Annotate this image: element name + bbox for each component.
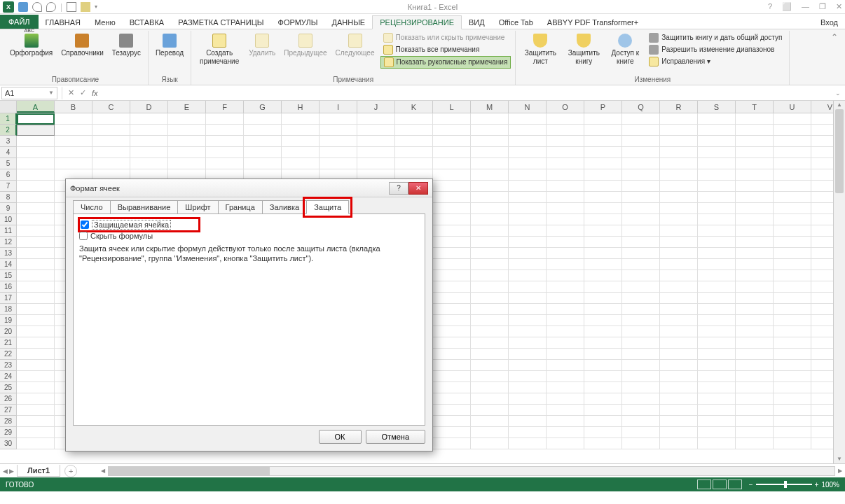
dialog-tab-fill[interactable]: Заливка: [262, 200, 307, 214]
showink-button[interactable]: Показать рукописные примечания: [380, 56, 511, 69]
cell[interactable]: [660, 214, 698, 225]
cell[interactable]: [547, 203, 584, 214]
cell[interactable]: [736, 259, 774, 270]
cell[interactable]: [811, 270, 833, 281]
cell[interactable]: [622, 237, 660, 248]
cell[interactable]: [584, 225, 622, 237]
cell[interactable]: [811, 181, 833, 192]
cell[interactable]: [509, 371, 547, 382]
row-header[interactable]: 4: [0, 147, 17, 158]
cell[interactable]: [774, 382, 811, 393]
column-header[interactable]: B: [55, 101, 92, 113]
cell[interactable]: [471, 237, 509, 248]
cell[interactable]: [130, 113, 168, 125]
cell[interactable]: [547, 427, 584, 438]
cell[interactable]: [433, 416, 471, 427]
column-header[interactable]: P: [584, 101, 622, 113]
dialog-tab-alignment[interactable]: Выравнивание: [110, 200, 179, 214]
cell[interactable]: [622, 270, 660, 281]
cell[interactable]: [660, 416, 698, 427]
cell[interactable]: [584, 371, 622, 382]
cell[interactable]: [509, 169, 547, 181]
cell[interactable]: [547, 225, 584, 237]
cell[interactable]: [433, 203, 471, 214]
cell[interactable]: [92, 158, 130, 169]
translate-button[interactable]: Перевод: [153, 32, 186, 59]
cell[interactable]: [660, 158, 698, 169]
column-header[interactable]: C: [92, 101, 130, 113]
normal-view-button[interactable]: [697, 479, 711, 489]
cell[interactable]: [811, 192, 833, 203]
cell[interactable]: [774, 125, 811, 136]
cell[interactable]: [433, 438, 471, 449]
cell[interactable]: [471, 181, 509, 192]
cell[interactable]: [811, 113, 833, 125]
cell[interactable]: [433, 427, 471, 438]
cell[interactable]: [547, 281, 584, 293]
cell[interactable]: [774, 371, 811, 382]
cell[interactable]: [92, 147, 130, 158]
cell[interactable]: [244, 125, 282, 136]
ok-button[interactable]: ОК: [319, 430, 362, 444]
cell[interactable]: [584, 136, 622, 147]
cell[interactable]: [698, 125, 736, 136]
cell[interactable]: [811, 416, 833, 427]
hidden-checkbox-row[interactable]: Скрыть формулы: [79, 231, 419, 241]
cell[interactable]: [736, 270, 774, 281]
cell[interactable]: [433, 326, 471, 337]
cell[interactable]: [130, 125, 168, 136]
cell[interactable]: [622, 125, 660, 136]
cell[interactable]: [698, 136, 736, 147]
cell[interactable]: [584, 326, 622, 337]
cell[interactable]: [17, 181, 55, 192]
cell[interactable]: [357, 136, 395, 147]
cell[interactable]: [547, 125, 584, 136]
dialog-tab-protection[interactable]: Защита: [306, 200, 349, 214]
cell[interactable]: [622, 438, 660, 449]
name-box-dropdown-icon[interactable]: ▼: [48, 90, 54, 96]
hscroll-thumb[interactable]: [109, 467, 270, 475]
cell[interactable]: [509, 248, 547, 259]
cell[interactable]: [584, 337, 622, 349]
dialog-close-button[interactable]: ✕: [408, 182, 428, 195]
cell[interactable]: [774, 214, 811, 225]
cell[interactable]: [698, 427, 736, 438]
cell[interactable]: [320, 147, 357, 158]
cell[interactable]: [509, 225, 547, 237]
cell[interactable]: [698, 438, 736, 449]
cell[interactable]: [660, 427, 698, 438]
horizontal-scrollbar[interactable]: ◀ ▶: [98, 466, 845, 476]
cell[interactable]: [206, 136, 244, 147]
cell[interactable]: [622, 416, 660, 427]
row-header[interactable]: 22: [0, 349, 17, 360]
cell[interactable]: [17, 169, 55, 181]
cell[interactable]: [547, 349, 584, 360]
cell[interactable]: [622, 136, 660, 147]
cell[interactable]: [509, 416, 547, 427]
cell[interactable]: [698, 416, 736, 427]
cell[interactable]: [622, 214, 660, 225]
cell[interactable]: [471, 337, 509, 349]
cell[interactable]: [736, 237, 774, 248]
cell[interactable]: [509, 438, 547, 449]
cell[interactable]: [433, 270, 471, 281]
cell[interactable]: [736, 337, 774, 349]
cell[interactable]: [547, 405, 584, 416]
cell[interactable]: [622, 181, 660, 192]
cell[interactable]: [547, 192, 584, 203]
cell[interactable]: [509, 237, 547, 248]
cell[interactable]: [547, 248, 584, 259]
tab-view[interactable]: ВИД: [462, 16, 492, 29]
cell[interactable]: [471, 438, 509, 449]
dialog-help-button[interactable]: ?: [389, 182, 408, 195]
cell[interactable]: [17, 405, 55, 416]
cell[interactable]: [622, 192, 660, 203]
cell[interactable]: [320, 125, 357, 136]
cell[interactable]: [547, 438, 584, 449]
cell[interactable]: [282, 113, 320, 125]
cell[interactable]: [471, 225, 509, 237]
protect-workbook-button[interactable]: Защитить книгу: [563, 32, 604, 67]
cell[interactable]: [509, 337, 547, 349]
cell[interactable]: [509, 259, 547, 270]
row-header[interactable]: 28: [0, 416, 17, 427]
